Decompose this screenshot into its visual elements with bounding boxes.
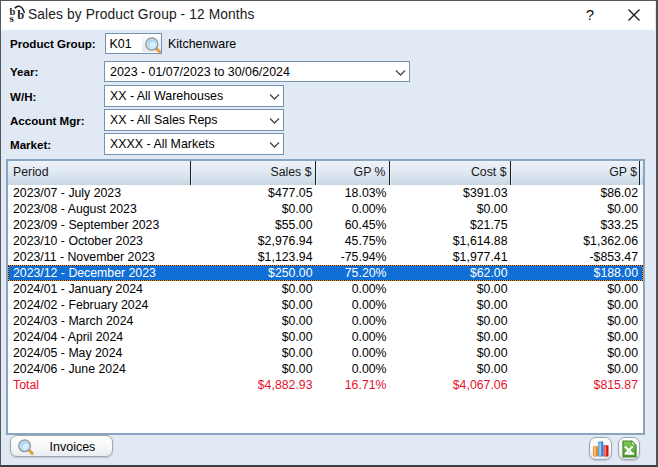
svg-text:s: s	[9, 12, 14, 24]
svg-text:b: b	[17, 8, 24, 22]
